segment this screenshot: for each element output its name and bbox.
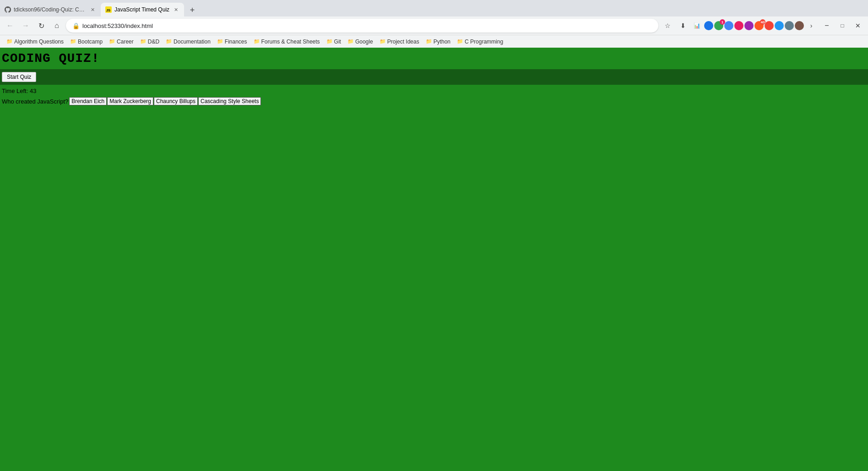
answer-button-2[interactable]: Mark Zuckerberg xyxy=(107,97,153,105)
security-icon: 🔒 xyxy=(72,22,80,29)
ext-icon-7[interactable] xyxy=(765,21,774,30)
bookmark-python[interactable]: 📁 Python xyxy=(423,38,453,46)
ext-icon-5[interactable] xyxy=(744,21,754,30)
answer-button-1[interactable]: Brendan Eich xyxy=(69,97,107,105)
folder-icon-8: 📁 xyxy=(326,38,333,44)
bookmark-git-label: Git xyxy=(334,38,341,45)
browser-chrome: tdickson96/Coding-Quiz: Crea… ✕ JS JavaS… xyxy=(0,0,868,48)
bookmark-project-ideas-label: Project Ideas xyxy=(387,38,419,45)
svg-text:JS: JS xyxy=(106,8,111,12)
folder-icon-6: 📁 xyxy=(217,38,223,44)
back-button[interactable]: ← xyxy=(4,19,16,32)
ext-icon-1[interactable] xyxy=(704,21,713,30)
address-text: localhost:52330/index.html xyxy=(82,22,153,29)
bookmark-algorithm-questions-label: Algorithm Questions xyxy=(14,38,64,45)
question-row: Who created JavaScript? Brendan Eich Mar… xyxy=(2,97,866,105)
refresh-button[interactable]: ↻ xyxy=(35,19,48,32)
minimize-button[interactable]: − xyxy=(820,19,833,32)
ext-icon-8[interactable] xyxy=(775,21,784,30)
tab-github-title: tdickson96/Coding-Quiz: Crea… xyxy=(14,6,86,13)
answer-button-4[interactable]: Cascading Style Sheets xyxy=(198,97,261,105)
folder-icon-9: 📁 xyxy=(347,38,354,44)
bookmark-dnd[interactable]: 📁 D&D xyxy=(137,38,162,46)
github-icon xyxy=(5,6,11,13)
bookmark-forums-label: Forums & Cheat Sheets xyxy=(261,38,320,45)
folder-icon-10: 📁 xyxy=(380,38,386,44)
page-header: CODING QUIZ! xyxy=(0,48,868,69)
metrics-icon[interactable]: 📊 xyxy=(690,19,703,32)
tab-github[interactable]: tdickson96/Coding-Quiz: Crea… ✕ xyxy=(0,3,101,16)
download-button[interactable]: ⬇ xyxy=(677,19,689,32)
start-quiz-button[interactable]: Start Quiz xyxy=(2,72,36,82)
folder-icon-11: 📁 xyxy=(426,38,432,44)
ext-icon-3[interactable] xyxy=(724,21,733,30)
bookmark-git[interactable]: 📁 Git xyxy=(324,38,344,46)
page-title: CODING QUIZ! xyxy=(2,51,866,66)
ext-icon-9[interactable] xyxy=(785,21,794,30)
bookmark-forums[interactable]: 📁 Forums & Cheat Sheets xyxy=(251,38,323,46)
bookmark-star-button[interactable]: ☆ xyxy=(661,19,674,32)
page-content: CODING QUIZ! Start Quiz Time Left: 43 Wh… xyxy=(0,48,868,471)
folder-icon-4: 📁 xyxy=(140,38,146,44)
home-button[interactable]: ⌂ xyxy=(50,19,63,32)
bookmark-documentation-label: Documentation xyxy=(174,38,211,45)
question-text: Who created JavaScript? xyxy=(2,98,68,105)
bookmark-finances-label: Finances xyxy=(225,38,247,45)
bookmark-documentation[interactable]: 📁 Documentation xyxy=(163,38,213,46)
ext-icon-6[interactable]: 40 xyxy=(754,21,764,30)
bookmark-python-label: Python xyxy=(434,38,450,45)
bookmark-c-programming-label: C Programming xyxy=(465,38,503,45)
tab-js-quiz-close[interactable]: ✕ xyxy=(172,6,179,13)
folder-icon-12: 📁 xyxy=(457,38,463,44)
folder-icon-3: 📁 xyxy=(109,38,115,44)
bookmarks-bar: 📁 Algorithm Questions 📁 Bootcamp 📁 Caree… xyxy=(0,35,868,48)
ext-icon-4[interactable] xyxy=(734,21,743,30)
new-tab-button[interactable]: + xyxy=(186,4,199,16)
bookmark-dnd-label: D&D xyxy=(148,38,159,45)
time-left: Time Left: 43 xyxy=(2,88,866,94)
forward-button[interactable]: → xyxy=(19,19,32,32)
bookmark-google[interactable]: 📁 Google xyxy=(345,38,376,46)
bookmark-google-label: Google xyxy=(355,38,373,45)
header-bar: Start Quiz xyxy=(0,69,868,85)
js-icon: JS xyxy=(105,6,112,13)
bookmark-career-label: Career xyxy=(117,38,134,45)
bookmark-algorithm-questions[interactable]: 📁 Algorithm Questions xyxy=(4,38,66,46)
close-button[interactable]: ✕ xyxy=(852,19,864,32)
ext-icon-2[interactable]: 1 xyxy=(714,21,723,30)
bookmark-bootcamp-label: Bootcamp xyxy=(78,38,103,45)
tab-js-quiz[interactable]: JS JavaScript Timed Quiz ✕ xyxy=(101,3,184,16)
address-input[interactable]: 🔒 localhost:52330/index.html xyxy=(66,19,658,33)
bookmark-bootcamp[interactable]: 📁 Bootcamp xyxy=(67,38,105,46)
answer-button-3[interactable]: Chauncy Billups xyxy=(154,97,198,105)
bookmark-finances[interactable]: 📁 Finances xyxy=(214,38,250,46)
extension-icons: ⬇ 📊 1 40 › xyxy=(677,19,818,32)
quiz-body: Time Left: 43 Who created JavaScript? Br… xyxy=(0,85,868,108)
maximize-button[interactable]: □ xyxy=(836,19,849,32)
bookmark-project-ideas[interactable]: 📁 Project Ideas xyxy=(377,38,422,46)
address-bar: ← → ↻ ⌂ 🔒 localhost:52330/index.html ☆ ⬇… xyxy=(0,16,868,35)
folder-icon-2: 📁 xyxy=(70,38,76,44)
tab-bar: tdickson96/Coding-Quiz: Crea… ✕ JS JavaS… xyxy=(0,0,868,16)
folder-icon-7: 📁 xyxy=(254,38,260,44)
folder-icon: 📁 xyxy=(6,38,13,44)
more-extensions-button[interactable]: › xyxy=(805,19,818,32)
ext-icon-10[interactable] xyxy=(795,21,804,30)
tab-js-quiz-title: JavaScript Timed Quiz xyxy=(114,6,169,13)
bookmark-c-programming[interactable]: 📁 C Programming xyxy=(454,38,506,46)
tab-github-close[interactable]: ✕ xyxy=(89,6,96,13)
folder-icon-5: 📁 xyxy=(166,38,172,44)
bookmark-career[interactable]: 📁 Career xyxy=(106,38,136,46)
